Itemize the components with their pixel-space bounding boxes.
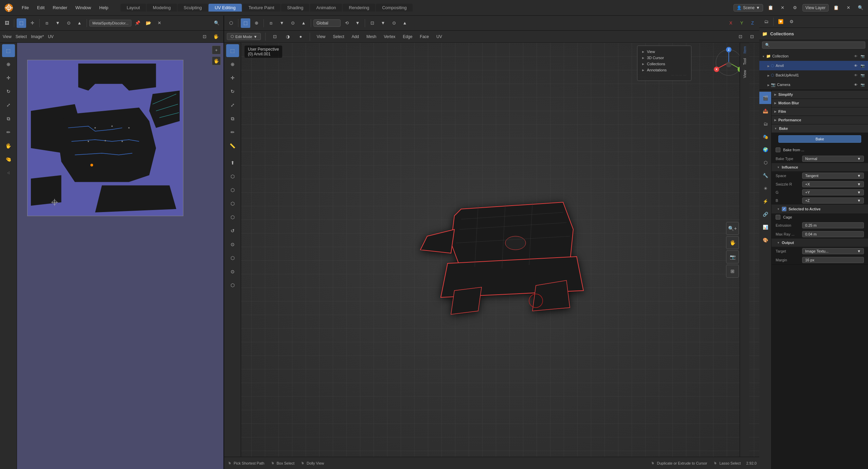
viewport-display-toggle1[interactable]: ◑ (283, 32, 292, 41)
3d-tool-bevel[interactable]: ⬡ (226, 184, 239, 196)
uv-tool-relax[interactable]: ⁖ (2, 167, 15, 179)
3d-proportional2-type-btn[interactable]: ▲ (400, 18, 410, 28)
prop-output-icon[interactable]: 📤 (759, 105, 772, 117)
prop-world-icon[interactable]: 🌍 (759, 143, 772, 156)
bake-type-dropdown[interactable]: Normal ▼ (802, 156, 864, 162)
3d-tool-loop-cut[interactable]: ⬡ (226, 197, 239, 210)
3d-tool-move[interactable]: ✛ (226, 71, 239, 84)
section-bake-header[interactable]: Bake (772, 124, 868, 133)
3d-axis-x-btn[interactable]: X (726, 18, 736, 28)
view-layer-new-btn[interactable]: 📋 (831, 3, 841, 13)
overlay-collections[interactable]: Collections (640, 61, 688, 67)
performance-expand-btn[interactable] (774, 118, 776, 122)
3d-pivot-type-btn[interactable]: ▼ (353, 18, 362, 28)
outliner-item-anvil[interactable]: ⬡ Anvil 👁 📷 (759, 61, 868, 70)
uv-header-select[interactable]: Select (16, 34, 27, 39)
uv-tool-grab[interactable]: 🖐 (2, 139, 15, 152)
3d-proportional-btn[interactable]: ⊙ (288, 18, 297, 28)
uv-zoom-btn[interactable]: 🔍 (212, 18, 221, 28)
3d-tool-scale[interactable]: ⤢ (226, 99, 239, 111)
3d-tool-shrink[interactable]: ⊙ (226, 265, 239, 278)
cage-checkbox[interactable] (776, 215, 780, 220)
collection-render-icon[interactable]: 📷 (860, 53, 865, 59)
section-influence-header[interactable]: Influence (772, 163, 868, 171)
uv-image-close-btn[interactable]: ✕ (155, 18, 164, 28)
menu-edit[interactable]: Edit (33, 4, 49, 12)
3d-axis-y-btn[interactable]: Y (737, 18, 746, 28)
prop-particles-icon[interactable]: ✳ (759, 182, 772, 194)
3d-header-view[interactable]: View (314, 34, 327, 40)
uv-select-box-tool[interactable]: ⬚ (17, 18, 26, 28)
view-layer-close-btn[interactable]: ✕ (844, 3, 853, 13)
simplify-expand-btn[interactable] (774, 93, 776, 96)
overlay-annotations[interactable]: Annotations (640, 67, 688, 73)
workspace-animation[interactable]: Animation (310, 4, 342, 12)
3d-tool-shear[interactable]: ⬡ (226, 279, 239, 292)
3d-header-vertex[interactable]: Vertex (382, 34, 397, 40)
bake-btn[interactable]: Bake (778, 135, 861, 143)
viewport-tab-view[interactable]: View (742, 68, 747, 80)
menu-file[interactable]: File (18, 4, 33, 12)
outliner-type-btn[interactable]: 🗂 (761, 17, 771, 27)
uv-header-image[interactable]: Image* (31, 34, 44, 39)
3d-proportional2-btn[interactable]: ⊙ (389, 18, 399, 28)
uv-tool-scale[interactable]: ⤢ (2, 99, 15, 111)
outliner-settings-btn[interactable]: ⚙ (787, 17, 796, 27)
backup-render-icon[interactable]: 📷 (860, 72, 865, 78)
3d-tool-rotate[interactable]: ↻ (226, 85, 239, 98)
menu-render[interactable]: Render (49, 4, 71, 12)
viewport-tab-tool[interactable]: Tool (742, 56, 747, 67)
uv-gizmo-btn[interactable]: 🖐 (211, 32, 221, 41)
overlay-3dcursor[interactable]: 3D Cursor (640, 55, 688, 61)
anvil-render-icon[interactable]: 📷 (860, 63, 865, 68)
3d-proportional-type-btn[interactable]: ▲ (299, 18, 308, 28)
uv-proportional-btn[interactable]: ⊙ (64, 18, 73, 28)
uv-tool-pinch[interactable]: 🤏 (2, 153, 15, 166)
search-btn[interactable]: 🔍 (856, 3, 865, 13)
target-dropdown[interactable]: Image Textu... ▼ (802, 248, 864, 254)
menu-help[interactable]: Help (95, 4, 112, 12)
3d-cursor-btn[interactable]: ⊕ (252, 18, 261, 28)
scene-select[interactable]: 👤 Scene ▼ (734, 4, 763, 12)
menu-window[interactable]: Window (71, 4, 95, 12)
section-performance-header[interactable]: Performance (772, 116, 868, 124)
3d-select-btn[interactable]: ⬚ (241, 18, 250, 28)
3d-tool-poly-build[interactable]: ⬡ (226, 211, 239, 224)
3d-tool-inset[interactable]: ⬡ (226, 170, 239, 183)
prop-object-icon[interactable]: ⬡ (759, 156, 772, 169)
workspace-compositing[interactable]: Compositing (376, 4, 413, 12)
3d-tool-select[interactable]: ⬚ (226, 44, 239, 57)
output-expand-btn[interactable] (777, 241, 780, 244)
3d-tool-extrude[interactable]: ⬆ (226, 156, 239, 169)
outliner-item-camera[interactable]: 📷 Camera 👁 📷 (759, 80, 868, 89)
3d-orientation-select[interactable]: Global (313, 19, 341, 27)
section-film-header[interactable]: Film (772, 107, 868, 116)
workspace-shading[interactable]: Shading (281, 4, 310, 12)
workspace-uv-editing[interactable]: UV Editing (209, 4, 241, 12)
uv-tool-annotate[interactable]: ✏ (2, 126, 15, 139)
bake-from-checkbox[interactable] (776, 147, 780, 152)
prop-modifier-icon[interactable]: 🔧 (759, 169, 772, 181)
influence-expand-btn[interactable] (777, 166, 780, 169)
anvil-vis-icon[interactable]: 👁 (853, 63, 858, 68)
prop-scene-icon[interactable]: 🎭 (759, 131, 772, 143)
render-settings-toggle[interactable]: ⚙ (790, 3, 800, 13)
outliner-filter-btn[interactable]: 🔽 (776, 17, 785, 27)
viewport-display-toggle2[interactable]: ● (296, 32, 305, 41)
edit-mode-select[interactable]: ⬡ Edit Mode ▼ (227, 33, 261, 40)
uv-image-browse-btn[interactable]: 📂 (144, 18, 153, 28)
uv-tool-move[interactable]: ✛ (2, 71, 15, 84)
max-ray-value[interactable]: 0.04 m (802, 231, 864, 237)
margin-value[interactable]: 16 px (802, 257, 864, 263)
selected-active-expand-btn[interactable] (777, 207, 780, 211)
workspace-texture-paint[interactable]: Texture Paint (242, 4, 281, 12)
motion-blur-expand-btn[interactable] (774, 101, 776, 105)
3d-axis-z-btn[interactable]: Z (748, 18, 757, 28)
viewport-display-type-btn[interactable]: ⊡ (270, 32, 279, 41)
outliner-search[interactable]: 🔍 (762, 41, 865, 49)
workspace-sculpting[interactable]: Sculpting (178, 4, 208, 12)
prop-physics-icon[interactable]: ⚡ (759, 195, 772, 207)
uv-image-name[interactable]: MetalSpottyDiscolor... (89, 20, 131, 27)
collection-vis-icon[interactable]: 👁 (853, 53, 858, 59)
scene-new-btn[interactable]: 📋 (766, 3, 775, 13)
